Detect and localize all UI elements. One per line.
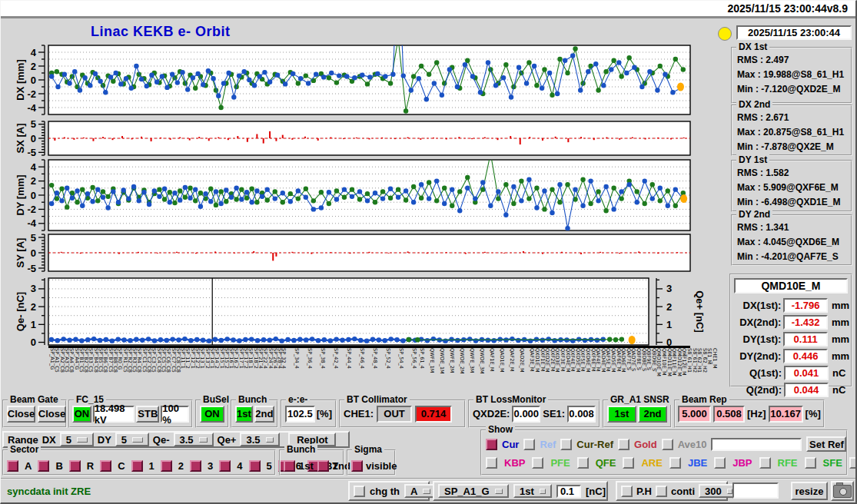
sector-checkbox-2[interactable] [161, 460, 172, 472]
x-tick-label: CHE1_M [712, 348, 718, 369]
show-cur-ref-label: Cur-Ref [576, 439, 613, 450]
monitor-value: 0.041 [784, 366, 829, 380]
svg-text:SY [A]: SY [A] [16, 238, 26, 268]
show-kbp-label: KBP [504, 457, 525, 469]
sector-checkbox-r[interactable] [69, 460, 81, 472]
count-menu-value: 300 [705, 486, 722, 497]
sector-title: Sector [8, 444, 41, 455]
eratio-title: e-:e- [286, 394, 310, 405]
stat-line: RMS : 2.497 [732, 53, 851, 68]
threshold-input[interactable] [556, 485, 581, 498]
ref-name-input[interactable] [711, 438, 802, 451]
show-qfe-label: QFE [596, 457, 616, 469]
menu-indicator-icon [423, 489, 430, 494]
app-window: 2025/11/15 23:00:44v8.9 Linac KEKB e- Or… [0, 0, 857, 504]
stat-line: Max : 20.875@S8_61_H1 [732, 125, 851, 140]
show-jbp-checkbox[interactable] [714, 457, 726, 469]
extra-input[interactable] [732, 482, 779, 499]
x-tick-label: SP_44_4 [346, 348, 352, 369]
sector-label-3: 3 [208, 460, 213, 472]
sy-plot: 50-5SY [A] [16, 232, 696, 277]
sigma-visible-checkbox[interactable] [351, 460, 363, 472]
beam-gate-close-button-2[interactable]: Close [38, 406, 66, 423]
bunch-1st-checkbox[interactable] [284, 460, 295, 472]
monitor-unit: mm [832, 317, 849, 328]
range-dx-menu[interactable]: 5 [60, 433, 94, 446]
fc15-on-button[interactable]: ON [72, 406, 91, 423]
gr-a1-1st-button[interactable]: 1st [607, 406, 636, 423]
bunch-2nd-checkbox[interactable] [317, 460, 329, 472]
show-sfe-checkbox[interactable] [805, 457, 816, 469]
ph-conti-panel: P.H conti 300 [616, 481, 728, 501]
resize-button[interactable]: resize [791, 482, 828, 500]
snapshot-button[interactable] [831, 481, 854, 501]
range-dy-menu[interactable]: 5 [115, 433, 149, 446]
sx-plot: 50-5SX [A] [16, 119, 696, 161]
show-gold-checkbox[interactable] [618, 439, 629, 450]
sigma-title: Sigma [352, 444, 384, 455]
show-are-checkbox[interactable] [623, 457, 634, 469]
gr-a1-2nd-button[interactable]: 2nd [638, 406, 667, 423]
show-cur-label: Cur [502, 439, 519, 450]
show-jbe-checkbox[interactable] [669, 457, 681, 469]
monitor-row: Q(2nd): 0.044 nC [732, 381, 849, 398]
sector-checkbox-3[interactable] [190, 460, 201, 472]
eratio-unit: [%] [317, 408, 332, 419]
bunch-1st-button[interactable]: 1st [235, 406, 253, 423]
x-tick-label: SP_32_4 [281, 348, 287, 369]
sector-checkbox-a[interactable] [7, 460, 18, 472]
set-ref-button[interactable]: Set Ref [806, 436, 846, 452]
fc15-pct-display: 100 % [161, 406, 189, 423]
show-rfe-checkbox[interactable] [759, 457, 771, 469]
busel-group: BuSel ON [195, 400, 229, 428]
gr-a1-snsr-title: GR_A1 SNSR [608, 394, 672, 405]
conti-checkbox[interactable] [656, 486, 667, 497]
stat-line: RMS : 1.582 [732, 166, 851, 181]
menu-indicator-icon [199, 437, 208, 443]
show-qfe-checkbox[interactable] [577, 457, 589, 469]
ph-checkbox[interactable] [621, 486, 633, 497]
sector-checkbox-c[interactable] [100, 460, 111, 472]
bunch-1st-label: 1st [299, 460, 314, 472]
stat-line: Max : 19.988@S8_61_H1 [732, 68, 851, 82]
range-qem-menu[interactable]: 3.5 [174, 433, 214, 446]
sp-bunch-menu[interactable]: 1st [513, 484, 552, 498]
sector-label-1: 1 [149, 460, 154, 472]
fc15-title: FC_15 [74, 394, 106, 405]
show-ave10-checkbox[interactable] [662, 439, 673, 450]
sector-checkbox-4[interactable] [219, 460, 231, 472]
sector-checkbox-1[interactable] [131, 460, 143, 472]
stats-group-dx1-title: DX 1st [736, 41, 769, 52]
x-tick-label: SP_42_4 [333, 348, 339, 369]
show-cur-ref-checkbox[interactable] [560, 439, 572, 450]
svg-text:4: 4 [31, 161, 37, 173]
monitor-row: Q(1st): 0.041 nC [732, 364, 849, 381]
bunch-2nd-button[interactable]: 2nd [254, 406, 274, 423]
range-dy-value: 5 [121, 434, 127, 446]
monitor-label: Q(2nd): [732, 384, 782, 396]
show-pfe-checkbox[interactable] [532, 457, 543, 469]
chg-th-menu[interactable]: A [404, 484, 437, 498]
show-zre-checkbox[interactable] [849, 457, 857, 469]
show-cur-checkbox[interactable] [486, 439, 497, 450]
sector-checkbox-b[interactable] [38, 460, 49, 472]
svg-text:2: 2 [31, 61, 36, 72]
x-tick-label: QWDE_2M [459, 348, 465, 374]
range-qep-menu[interactable]: 3.5 [240, 433, 280, 446]
show-ref-checkbox[interactable] [523, 439, 535, 450]
sector-checkbox-5[interactable] [249, 460, 261, 472]
sp-monitor-menu[interactable]: SP_A1_G [438, 484, 509, 498]
busel-on-button[interactable]: ON [200, 406, 224, 423]
fc15-stb-button[interactable]: STB [136, 406, 159, 423]
show-are-label: ARE [641, 457, 662, 469]
bt-collimator-value-display: 0.714 [415, 406, 452, 423]
range-dx-value: 5 [66, 434, 71, 446]
svg-text:Qe+ [nC]: Qe+ [nC] [694, 290, 706, 333]
x-tick-label: QWDE_3M [479, 348, 485, 374]
menu-indicator-icon [266, 437, 274, 443]
menu-indicator-icon [77, 437, 88, 443]
chg-th-checkbox[interactable] [354, 486, 365, 497]
show-kbp-checkbox[interactable] [486, 457, 497, 469]
beam-gate-close-button-1[interactable]: Close [7, 406, 35, 423]
range-qep-value: 3.5 [246, 434, 260, 446]
